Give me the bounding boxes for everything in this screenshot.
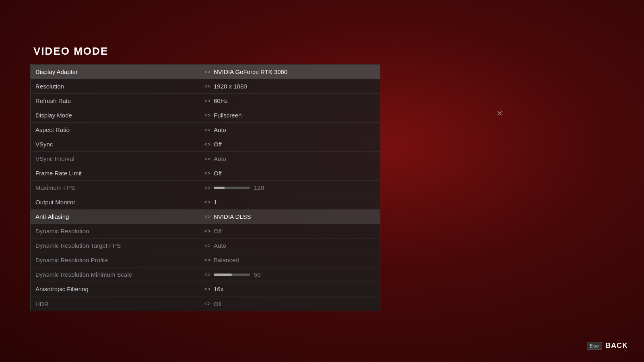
setting-label-anti-aliasing: Anti-Aliasing — [35, 213, 204, 220]
arrows-refresh-rate: <> — [204, 98, 211, 104]
setting-row-dynamic-resolution[interactable]: Dynamic Resolution<>Off — [31, 224, 380, 239]
setting-value-anti-aliasing[interactable]: <>NVIDIA DLSS — [204, 213, 251, 220]
setting-label-vsync: VSync — [35, 141, 204, 148]
setting-label-vsync-interval: VSync Interval — [35, 155, 204, 162]
slider-value-dynamic-resolution-minimum-scale: 50 — [254, 271, 261, 278]
slider-track-maximum-fps — [214, 187, 250, 189]
setting-value-dynamic-resolution-minimum-scale[interactable]: <>50 — [204, 271, 261, 278]
setting-row-hdr[interactable]: HDR<>Off — [31, 296, 380, 311]
setting-row-display-mode[interactable]: Display Mode<>Fullscreen — [31, 108, 380, 123]
arrows-resolution: <> — [204, 84, 211, 89]
setting-row-frame-rate-limit[interactable]: Frame Rate Limit<>Off — [31, 166, 380, 181]
setting-label-aspect-ratio: Aspect Ratio — [35, 126, 204, 133]
arrows-display-mode: <> — [204, 113, 211, 118]
setting-row-vsync[interactable]: VSync<>Off — [31, 137, 380, 152]
setting-row-output-monitor[interactable]: Output Monitor<>1 — [31, 195, 380, 210]
setting-value-vsync-interval[interactable]: <>Auto — [204, 155, 226, 162]
arrows-maximum-fps: <> — [204, 185, 211, 191]
setting-row-resolution[interactable]: Resolution<>1920 x 1080 — [31, 79, 380, 94]
setting-label-resolution: Resolution — [35, 83, 204, 90]
arrows-dynamic-resolution-profile: <> — [204, 257, 211, 263]
slider-value-maximum-fps: 120 — [254, 184, 264, 191]
setting-row-dynamic-resolution-minimum-scale[interactable]: Dynamic Resolution Minimum Scale<>50 — [31, 267, 380, 282]
setting-label-hdr: HDR — [35, 300, 204, 307]
value-text-display-mode: Fullscreen — [214, 112, 242, 119]
setting-row-aspect-ratio[interactable]: Aspect Ratio<>Auto — [31, 123, 380, 137]
setting-row-vsync-interval[interactable]: VSync Interval<>Auto — [31, 152, 380, 166]
setting-row-dynamic-resolution-target-fps[interactable]: Dynamic Resolution Target FPS<>Auto — [31, 239, 380, 253]
back-label: BACK — [605, 341, 628, 350]
value-text-refresh-rate: 60Hz — [214, 97, 228, 104]
arrows-vsync: <> — [204, 142, 211, 147]
value-text-anti-aliasing: NVIDIA DLSS — [214, 213, 251, 220]
slider-fill-dynamic-resolution-minimum-scale — [214, 274, 232, 276]
arrows-dynamic-resolution-minimum-scale: <> — [204, 272, 211, 278]
value-text-anisotropic-filtering: 16x — [214, 286, 223, 292]
setting-label-display-mode: Display Mode — [35, 112, 204, 119]
close-icon[interactable]: ✕ — [496, 109, 503, 118]
value-text-aspect-ratio: Auto — [214, 126, 226, 133]
setting-value-dynamic-resolution-target-fps[interactable]: <>Auto — [204, 242, 226, 249]
value-text-vsync: Off — [214, 141, 222, 148]
value-text-dynamic-resolution: Off — [214, 228, 222, 234]
slider-dynamic-resolution-minimum-scale[interactable]: 50 — [214, 271, 261, 278]
back-button[interactable]: Esc BACK — [587, 341, 628, 350]
slider-maximum-fps[interactable]: 120 — [214, 184, 264, 191]
setting-row-maximum-fps[interactable]: Maximum FPS<>120 — [31, 181, 380, 195]
arrows-dynamic-resolution-target-fps: <> — [204, 243, 211, 249]
setting-value-vsync[interactable]: <>Off — [204, 141, 222, 148]
value-text-dynamic-resolution-profile: Balanced — [214, 257, 239, 263]
value-text-resolution: 1920 x 1080 — [214, 83, 247, 90]
setting-value-refresh-rate[interactable]: <>60Hz — [204, 97, 228, 104]
esc-key-label: Esc — [587, 342, 602, 350]
setting-label-anisotropic-filtering: Anisotropic Filtering — [35, 286, 204, 292]
arrows-frame-rate-limit: <> — [204, 171, 211, 176]
setting-value-dynamic-resolution[interactable]: <>Off — [204, 228, 222, 234]
arrows-anisotropic-filtering: <> — [204, 286, 211, 292]
setting-value-frame-rate-limit[interactable]: <>Off — [204, 170, 222, 177]
setting-row-display-adapter[interactable]: Display Adapter<>NVIDIA GeForce RTX 3080 — [31, 65, 380, 79]
value-text-frame-rate-limit: Off — [214, 170, 222, 177]
value-text-output-monitor: 1 — [214, 199, 217, 206]
value-text-display-adapter: NVIDIA GeForce RTX 3080 — [214, 68, 287, 75]
setting-label-refresh-rate: Refresh Rate — [35, 97, 204, 104]
setting-value-maximum-fps[interactable]: <>120 — [204, 184, 264, 191]
setting-value-output-monitor[interactable]: <>1 — [204, 199, 217, 206]
setting-label-dynamic-resolution-target-fps: Dynamic Resolution Target FPS — [35, 242, 204, 249]
value-text-dynamic-resolution-target-fps: Auto — [214, 242, 226, 249]
arrows-display-adapter: <> — [204, 69, 211, 75]
arrows-anti-aliasing: <> — [204, 214, 211, 220]
arrows-vsync-interval: <> — [204, 156, 211, 162]
slider-fill-maximum-fps — [214, 187, 225, 189]
setting-value-anisotropic-filtering[interactable]: <>16x — [204, 286, 223, 292]
setting-value-resolution[interactable]: <>1920 x 1080 — [204, 83, 247, 90]
setting-row-dynamic-resolution-profile[interactable]: Dynamic Resolution Profile<>Balanced — [31, 253, 380, 267]
value-text-vsync-interval: Auto — [214, 155, 226, 162]
arrows-hdr: <> — [204, 301, 211, 306]
setting-value-hdr[interactable]: <>Off — [204, 300, 222, 307]
setting-row-anti-aliasing[interactable]: Anti-Aliasing<>NVIDIA DLSS — [31, 210, 380, 224]
setting-label-dynamic-resolution-profile: Dynamic Resolution Profile — [35, 257, 204, 263]
setting-label-dynamic-resolution-minimum-scale: Dynamic Resolution Minimum Scale — [35, 271, 204, 278]
page-title: VIDEO MODE — [33, 45, 108, 58]
arrows-aspect-ratio: <> — [204, 127, 211, 133]
settings-panel: Display Adapter<>NVIDIA GeForce RTX 3080… — [30, 64, 380, 311]
setting-label-dynamic-resolution: Dynamic Resolution — [35, 228, 204, 234]
setting-label-display-adapter: Display Adapter — [35, 68, 204, 75]
setting-row-refresh-rate[interactable]: Refresh Rate<>60Hz — [31, 94, 380, 108]
arrows-output-monitor: <> — [204, 200, 211, 205]
setting-value-aspect-ratio[interactable]: <>Auto — [204, 126, 226, 133]
setting-value-display-mode[interactable]: <>Fullscreen — [204, 112, 242, 119]
value-text-hdr: Off — [214, 300, 222, 307]
setting-label-maximum-fps: Maximum FPS — [35, 184, 204, 191]
slider-track-dynamic-resolution-minimum-scale — [214, 274, 250, 276]
arrows-dynamic-resolution: <> — [204, 228, 211, 234]
setting-row-anisotropic-filtering[interactable]: Anisotropic Filtering<>16x — [31, 282, 380, 296]
setting-value-dynamic-resolution-profile[interactable]: <>Balanced — [204, 257, 239, 263]
setting-label-output-monitor: Output Monitor — [35, 199, 204, 206]
setting-label-frame-rate-limit: Frame Rate Limit — [35, 170, 204, 177]
setting-value-display-adapter[interactable]: <>NVIDIA GeForce RTX 3080 — [204, 68, 287, 75]
